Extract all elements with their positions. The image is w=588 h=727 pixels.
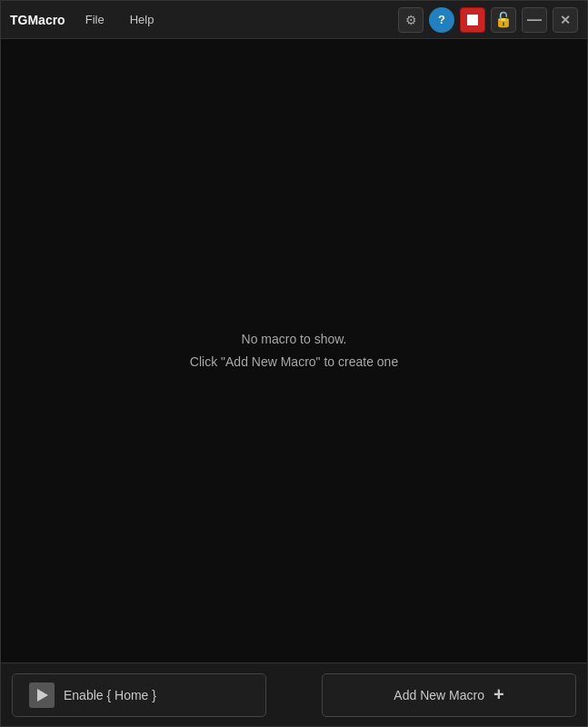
play-triangle-icon bbox=[37, 689, 48, 702]
menu-help[interactable]: Help bbox=[125, 9, 160, 30]
lock-button[interactable]: 🔓 bbox=[491, 7, 516, 33]
bottom-bar: Enable { Home } Add New Macro + bbox=[1, 662, 587, 726]
empty-line2: Click "Add New Macro" to create one bbox=[190, 351, 398, 373]
main-content-area: No macro to show. Click "Add New Macro" … bbox=[1, 39, 587, 662]
empty-message: No macro to show. Click "Add New Macro" … bbox=[190, 328, 398, 373]
title-bar-right: ⚙ ? 🔓 — ✕ bbox=[398, 7, 578, 33]
add-macro-button[interactable]: Add New Macro + bbox=[322, 673, 576, 717]
title-bar-left: TGMacro File Help bbox=[10, 9, 159, 30]
settings-button[interactable]: ⚙ bbox=[398, 7, 424, 33]
close-button[interactable]: ✕ bbox=[553, 7, 578, 33]
stop-button[interactable] bbox=[460, 7, 485, 33]
app-title: TGMacro bbox=[10, 13, 65, 27]
menu-file[interactable]: File bbox=[80, 9, 110, 30]
enable-button-label: Enable { Home } bbox=[64, 688, 156, 702]
minimize-button[interactable]: — bbox=[522, 7, 547, 33]
enable-button[interactable]: Enable { Home } bbox=[12, 673, 266, 717]
main-window: TGMacro File Help ⚙ ? 🔓 — ✕ No macro to … bbox=[0, 0, 588, 727]
empty-line1: No macro to show. bbox=[190, 328, 398, 351]
play-icon bbox=[29, 682, 55, 708]
plus-icon: + bbox=[493, 684, 504, 705]
add-macro-label: Add New Macro bbox=[394, 688, 484, 702]
help-button[interactable]: ? bbox=[429, 7, 454, 33]
title-bar: TGMacro File Help ⚙ ? 🔓 — ✕ bbox=[1, 1, 587, 39]
stop-icon bbox=[467, 15, 478, 25]
